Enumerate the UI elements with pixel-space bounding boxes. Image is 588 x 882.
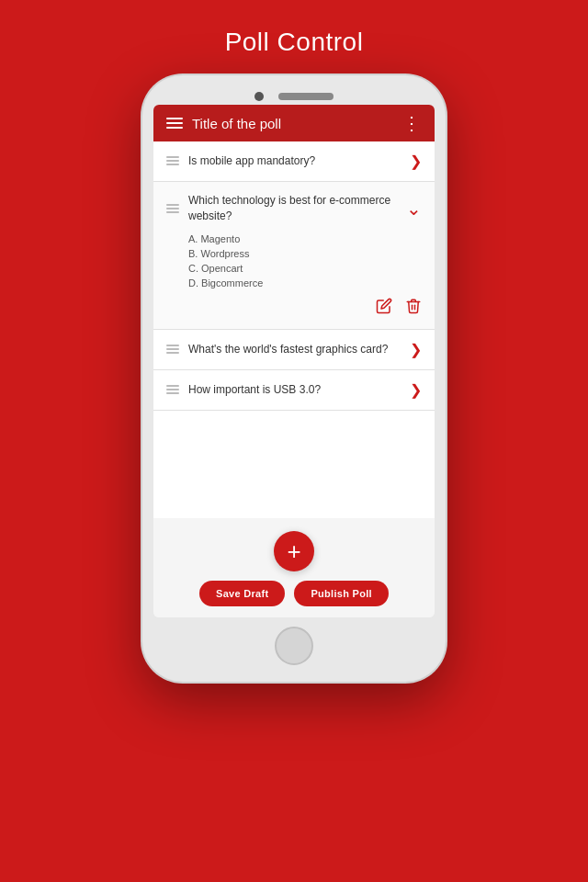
poll-item-header: What's the world's fastest graphics card… — [166, 341, 422, 358]
poll-question-text: Which technology is best for e-commerce … — [188, 193, 406, 224]
speaker-grille — [278, 93, 334, 100]
expand-icon[interactable]: ❯ — [410, 153, 422, 170]
poll-option: C. Opencart — [188, 261, 422, 276]
poll-item: Is mobile app mandatory? ❯ — [153, 141, 435, 182]
home-button[interactable] — [275, 627, 313, 665]
page-title: Poll Control — [225, 28, 364, 57]
poll-option: D. Bigcommerce — [188, 276, 422, 290]
action-buttons: Save Draft Publish Poll — [164, 581, 424, 606]
add-question-button[interactable]: + — [274, 531, 314, 571]
more-options-icon[interactable]: ⋮ — [402, 114, 422, 132]
hamburger-icon[interactable] — [166, 118, 183, 129]
save-draft-button[interactable]: Save Draft — [199, 581, 285, 606]
poll-item-left: Which technology is best for e-commerce … — [166, 193, 406, 224]
phone-screen: Title of the poll ⋮ Is mobile app mandat… — [153, 105, 435, 617]
poll-item-header: How important is USB 3.0? ❯ — [166, 381, 422, 399]
app-header: Title of the poll ⋮ — [153, 105, 435, 141]
poll-item-left: How important is USB 3.0? — [166, 382, 410, 398]
edit-question-icon[interactable] — [376, 298, 392, 318]
delete-question-icon[interactable] — [405, 298, 422, 318]
poll-question-text: How important is USB 3.0? — [188, 382, 321, 398]
poll-item-header: Is mobile app mandatory? ❯ — [166, 153, 422, 170]
poll-list: Is mobile app mandatory? ❯ Which technol… — [153, 141, 435, 518]
drag-handle[interactable] — [166, 345, 179, 354]
collapse-icon[interactable]: ⌄ — [406, 198, 422, 220]
bottom-area: + Save Draft Publish Poll — [153, 518, 435, 617]
poll-item: What's the world's fastest graphics card… — [153, 330, 435, 370]
drag-handle[interactable] — [166, 156, 179, 165]
drag-handle[interactable] — [166, 204, 179, 213]
publish-poll-button[interactable]: Publish Poll — [294, 581, 389, 606]
poll-item-actions — [166, 298, 422, 318]
poll-item-header: Which technology is best for e-commerce … — [166, 193, 422, 224]
poll-question-text: What's the world's fastest graphics card… — [188, 342, 388, 357]
poll-item-expanded: Which technology is best for e-commerce … — [153, 182, 435, 330]
camera-dot — [254, 92, 264, 101]
header-title: Title of the poll — [192, 116, 281, 131]
poll-item-left: Is mobile app mandatory? — [166, 153, 410, 169]
poll-options: A. Magento B. Wordpress C. Opencart D. B… — [188, 232, 422, 290]
poll-option: A. Magento — [188, 232, 422, 246]
drag-handle[interactable] — [166, 385, 179, 394]
expand-icon[interactable]: ❯ — [410, 381, 422, 399]
phone-top — [153, 86, 435, 105]
poll-item: How important is USB 3.0? ❯ — [153, 370, 435, 411]
phone-frame: Title of the poll ⋮ Is mobile app mandat… — [142, 75, 446, 682]
poll-option: B. Wordpress — [188, 246, 422, 261]
poll-question-text: Is mobile app mandatory? — [188, 153, 315, 169]
expand-icon[interactable]: ❯ — [410, 341, 422, 358]
phone-bottom — [153, 617, 435, 671]
poll-item-left: What's the world's fastest graphics card… — [166, 342, 410, 357]
header-left: Title of the poll — [166, 116, 281, 131]
